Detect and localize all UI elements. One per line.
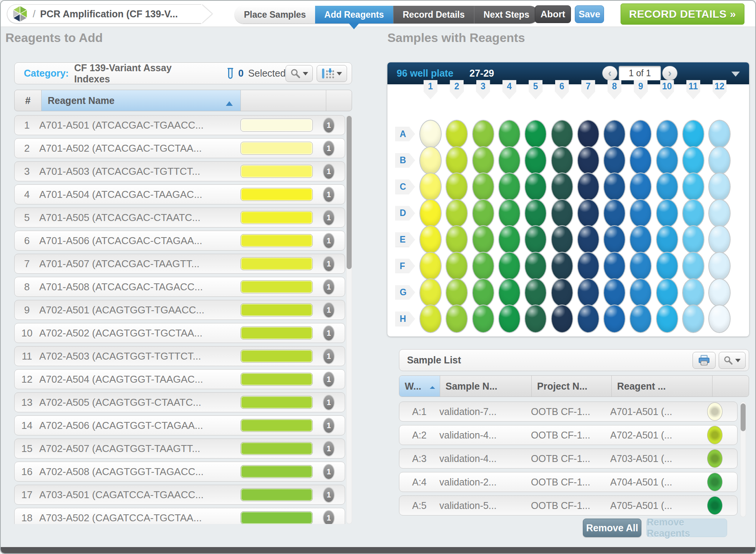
well-B1[interactable] (419, 146, 442, 175)
well-D7[interactable] (577, 199, 599, 228)
well-C10[interactable] (656, 172, 678, 201)
placement-options-button[interactable] (317, 65, 347, 82)
reagent-row[interactable]: 15A702-A507 (ACAGTGGT-TAAGTT...1 (14, 439, 345, 459)
well-G10[interactable] (656, 278, 678, 307)
well-E8[interactable] (603, 225, 626, 254)
column-header-num[interactable]: # (15, 90, 42, 111)
well-A5[interactable] (524, 120, 547, 148)
well-A2[interactable] (446, 120, 468, 148)
well-F3[interactable] (472, 252, 494, 280)
well-G11[interactable] (682, 278, 704, 307)
well-G9[interactable] (629, 278, 652, 307)
well-E7[interactable] (577, 225, 599, 254)
well-B2[interactable] (446, 146, 468, 175)
well-D3[interactable] (472, 199, 494, 228)
well-A7[interactable] (577, 120, 599, 148)
well-B9[interactable] (629, 146, 652, 175)
well-A12[interactable] (708, 120, 731, 148)
tab-record-details[interactable]: Record Details (393, 6, 474, 23)
well-F12[interactable] (708, 252, 731, 280)
well-D9[interactable] (629, 199, 652, 228)
column-header-reagent-name[interactable]: Reagent Name (42, 90, 241, 111)
well-G3[interactable] (472, 278, 494, 307)
save-button[interactable]: Save (575, 5, 604, 23)
well-E3[interactable] (472, 225, 494, 254)
well-F11[interactable] (682, 252, 704, 280)
well-D1[interactable] (419, 199, 442, 228)
well-A6[interactable] (551, 120, 573, 148)
well-H6[interactable] (551, 305, 573, 333)
remove-reagents-button[interactable]: Remove Reagents (646, 519, 727, 537)
well-G6[interactable] (551, 278, 573, 307)
well-C7[interactable] (577, 172, 599, 201)
well-G4[interactable] (498, 278, 521, 307)
reagent-row[interactable]: 2A701-A502 (ATCACGAC-TGCTAA...1 (14, 138, 345, 158)
well-E11[interactable] (682, 225, 704, 254)
well-D4[interactable] (498, 199, 521, 228)
well-D11[interactable] (682, 199, 704, 228)
well-D8[interactable] (603, 199, 626, 228)
scrollbar-thumb[interactable] (347, 116, 352, 269)
well-G12[interactable] (708, 278, 731, 307)
remove-all-button[interactable]: Remove All (583, 519, 641, 537)
well-B3[interactable] (472, 146, 494, 175)
reagent-row[interactable]: 18A703-A502 (CAGATCCA-TGCTAA...1 (14, 508, 345, 524)
tab-next-steps[interactable]: Next Steps (474, 6, 539, 23)
well-G1[interactable] (419, 278, 442, 307)
well-D12[interactable] (708, 199, 731, 228)
plate-collapse-chevron-icon[interactable] (731, 72, 740, 81)
well-C5[interactable] (524, 172, 547, 201)
well-C3[interactable] (472, 172, 494, 201)
well-A8[interactable] (603, 120, 626, 148)
reagent-row[interactable]: 6A701-A506 (ATCACGAC-CTAGAA...1 (14, 231, 345, 251)
well-H4[interactable] (498, 305, 521, 333)
tab-place-samples[interactable]: Place Samples (235, 6, 315, 23)
well-A10[interactable] (656, 120, 678, 148)
record-details-button[interactable]: RECORD DETAILS » (621, 3, 744, 25)
sample-row[interactable]: A:2validation-4...OOTB CF-1...A702-A501 … (399, 425, 738, 445)
tab-add-reagents[interactable]: Add Reagents (315, 6, 393, 23)
reagent-row[interactable]: 9A702-A501 (ACAGTGGT-TGAACC...1 (14, 300, 345, 320)
well-D5[interactable] (524, 199, 547, 228)
well-E4[interactable] (498, 225, 521, 254)
reagent-row[interactable]: 11A702-A503 (ACAGTGGT-TGTTCT...1 (14, 346, 345, 366)
well-A3[interactable] (472, 120, 494, 148)
well-C11[interactable] (682, 172, 704, 201)
column-header-project[interactable]: Project N... (532, 376, 612, 397)
well-F6[interactable] (551, 252, 573, 280)
well-E1[interactable] (419, 225, 442, 254)
well-H5[interactable] (524, 305, 547, 333)
well-F2[interactable] (446, 252, 468, 280)
sample-list-scrollbar[interactable] (740, 402, 746, 517)
well-F8[interactable] (603, 252, 626, 280)
well-B5[interactable] (524, 146, 547, 175)
reagent-row[interactable]: 3A701-A503 (ATCACGAC-TGTTCT...1 (14, 161, 345, 181)
reagent-row[interactable]: 10A702-A502 (ACAGTGGT-TGCTAA...1 (14, 323, 345, 343)
well-H7[interactable] (577, 305, 599, 333)
well-B8[interactable] (603, 146, 626, 175)
well-E9[interactable] (629, 225, 652, 254)
well-E10[interactable] (656, 225, 678, 254)
reagent-list-scrollbar[interactable] (346, 115, 352, 524)
reagent-row[interactable]: 4A701-A504 (ATCACGAC-TAAGAC...1 (14, 184, 345, 204)
reagent-row[interactable]: 14A702-A506 (ACAGTGGT-CTAGAA...1 (14, 415, 345, 435)
column-header-sample[interactable]: Sample N... (440, 376, 532, 397)
well-B11[interactable] (682, 146, 704, 175)
well-B4[interactable] (498, 146, 521, 175)
well-H8[interactable] (603, 305, 626, 333)
well-A1[interactable] (419, 120, 442, 148)
pager-prev-button[interactable]: ‹ (602, 66, 617, 80)
reagent-row[interactable]: 12A702-A504 (ACAGTGGT-TAAGAC...1 (14, 369, 345, 389)
well-C9[interactable] (629, 172, 652, 201)
well-F4[interactable] (498, 252, 521, 280)
well-G7[interactable] (577, 278, 599, 307)
sample-row[interactable]: A:3validation-4...OOTB CF-1...A703-A501 … (399, 449, 738, 469)
well-B10[interactable] (656, 146, 678, 175)
well-F10[interactable] (656, 252, 678, 280)
reagent-row[interactable]: 17A703-A501 (CAGATCCA-TGAACC...1 (14, 485, 345, 505)
reagent-row[interactable]: 16A702-A508 (ACAGTGGT-TAGACC...1 (14, 462, 345, 482)
well-H1[interactable] (419, 305, 442, 333)
well-A11[interactable] (682, 120, 704, 148)
well-H12[interactable] (708, 305, 731, 333)
well-C6[interactable] (551, 172, 573, 201)
